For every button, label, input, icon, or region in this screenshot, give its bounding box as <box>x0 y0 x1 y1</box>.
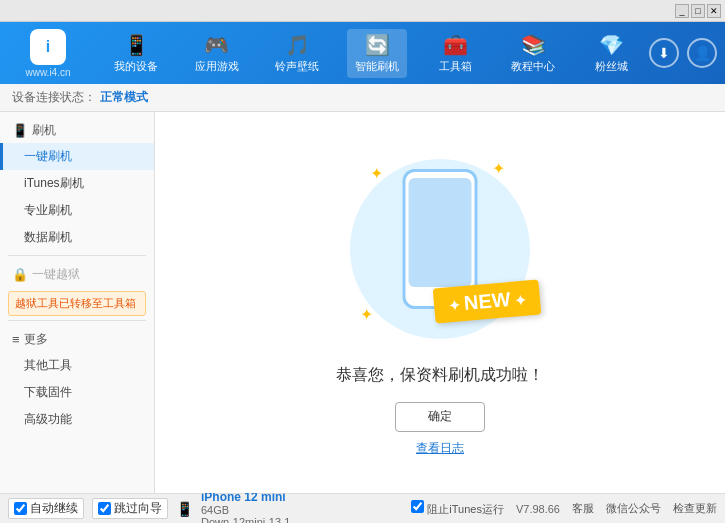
logo: i www.i4.cn <box>8 29 88 78</box>
sidebar-item-data-flash[interactable]: 数据刷机 <box>0 224 154 251</box>
sidebar-item-download-firmware[interactable]: 下载固件 <box>0 379 154 406</box>
itunes-status: 阻止iTunes运行 <box>407 500 508 517</box>
download-button[interactable]: ⬇ <box>649 38 679 68</box>
auto-flash-label: 自动继续 <box>30 500 78 517</box>
sparkle-3: ✦ <box>360 305 373 324</box>
status-value: 正常模式 <box>100 89 148 106</box>
sparkle-1: ✦ <box>370 164 383 183</box>
phone-illustration: ✦ ✦ ✦ NEW <box>340 149 540 349</box>
header: i www.i4.cn 📱 我的设备 🎮 应用游戏 🎵 铃声壁纸 🔄 智能刷机 … <box>0 22 725 84</box>
nav-icon-ringtones: 🎵 <box>285 33 310 57</box>
logo-subtitle: www.i4.cn <box>25 67 70 78</box>
flash-section-icon: 📱 <box>12 123 28 138</box>
nav-label-tutorials: 教程中心 <box>511 59 555 74</box>
secondary-link[interactable]: 查看日志 <box>416 440 464 457</box>
header-right: ⬇ 👤 <box>649 38 717 68</box>
sidebar-item-pro-flash[interactable]: 专业刷机 <box>0 197 154 224</box>
nav-item-my-device[interactable]: 📱 我的设备 <box>106 29 166 78</box>
version-text: V7.98.66 <box>516 503 560 515</box>
window-controls[interactable]: _ □ ✕ <box>675 4 721 18</box>
one-click-flash-label: 一键刷机 <box>24 149 72 163</box>
nav-items: 📱 我的设备 🎮 应用游戏 🎵 铃声壁纸 🔄 智能刷机 🧰 工具箱 📚 教程中心… <box>96 29 649 78</box>
device-info: iPhone 12 mini 64GB Down-12mini-13,1 <box>201 490 290 524</box>
sidebar-item-other-tools[interactable]: 其他工具 <box>0 352 154 379</box>
nav-label-fan-city: 粉丝城 <box>595 59 628 74</box>
sidebar-section-flash: 📱 刷机 <box>0 116 154 143</box>
sidebar-item-one-click-flash[interactable]: 一键刷机 <box>0 143 154 170</box>
jailbreak-section-icon: 🔒 <box>12 267 28 282</box>
sidebar-section-more: ≡ 更多 <box>0 325 154 352</box>
nav-label-apps-games: 应用游戏 <box>195 59 239 74</box>
nav-icon-toolbox: 🧰 <box>443 33 468 57</box>
status-label: 设备连接状态： <box>12 89 96 106</box>
minimize-button[interactable]: _ <box>675 4 689 18</box>
success-message: 恭喜您，保资料刷机成功啦！ <box>336 365 544 386</box>
sidebar: 📱 刷机 一键刷机 iTunes刷机 专业刷机 数据刷机 🔒 一键越狱 越狱工具… <box>0 112 155 493</box>
nav-label-ringtones: 铃声壁纸 <box>275 59 319 74</box>
device-firmware: Down-12mini-13,1 <box>201 516 290 524</box>
download-firmware-label: 下载固件 <box>24 385 72 399</box>
nav-item-toolbox[interactable]: 🧰 工具箱 <box>428 29 483 78</box>
jailbreak-notice: 越狱工具已转移至工具箱 <box>8 291 146 316</box>
nav-label-toolbox: 工具箱 <box>439 59 472 74</box>
sidebar-item-advanced[interactable]: 高级功能 <box>0 406 154 433</box>
itunes-status-label: 阻止iTunes运行 <box>427 503 504 515</box>
jailbreak-section-title: 一键越狱 <box>32 266 80 283</box>
logo-icon: i <box>30 29 66 65</box>
main-area: 📱 刷机 一键刷机 iTunes刷机 专业刷机 数据刷机 🔒 一键越狱 越狱工具… <box>0 112 725 493</box>
bottom-bar-left: 自动继续 跳过向导 📱 iPhone 12 mini 64GB Down-12m… <box>8 490 399 524</box>
nav-icon-smart-flash: 🔄 <box>365 33 390 57</box>
pro-flash-label: 专业刷机 <box>24 203 72 217</box>
nav-item-ringtones[interactable]: 🎵 铃声壁纸 <box>267 29 327 78</box>
nav-label-my-device: 我的设备 <box>114 59 158 74</box>
status-bar: 设备连接状态： 正常模式 <box>0 84 725 112</box>
sidebar-divider-2 <box>8 320 146 321</box>
sidebar-section-jailbreak: 🔒 一键越狱 <box>0 260 154 287</box>
itunes-checkbox[interactable] <box>411 500 424 513</box>
nav-icon-tutorials: 📚 <box>521 33 546 57</box>
advanced-label: 高级功能 <box>24 412 72 426</box>
data-flash-label: 数据刷机 <box>24 230 72 244</box>
title-bar: _ □ ✕ <box>0 0 725 22</box>
phone-screen <box>409 178 472 287</box>
device-storage: 64GB <box>201 504 290 516</box>
nav-item-tutorials[interactable]: 📚 教程中心 <box>503 29 563 78</box>
nav-item-apps-games[interactable]: 🎮 应用游戏 <box>187 29 247 78</box>
confirm-button[interactable]: 确定 <box>395 402 485 432</box>
auto-flash-input[interactable] <box>14 502 27 515</box>
itunes-flash-label: iTunes刷机 <box>24 176 84 190</box>
nav-icon-my-device: 📱 <box>124 33 149 57</box>
sparkle-2: ✦ <box>492 159 505 178</box>
via-wizard-label: 跳过向导 <box>114 500 162 517</box>
via-wizard-input[interactable] <box>98 502 111 515</box>
flash-section-title: 刷机 <box>32 122 56 139</box>
other-tools-label: 其他工具 <box>24 358 72 372</box>
more-section-title: 更多 <box>24 331 48 348</box>
close-button[interactable]: ✕ <box>707 4 721 18</box>
customer-service-link[interactable]: 客服 <box>572 501 594 516</box>
nav-icon-apps-games: 🎮 <box>204 33 229 57</box>
jailbreak-notice-text: 越狱工具已转移至工具箱 <box>15 297 136 309</box>
maximize-button[interactable]: □ <box>691 4 705 18</box>
via-wizard-checkbox[interactable]: 跳过向导 <box>92 498 168 519</box>
device-section: 📱 iPhone 12 mini 64GB Down-12mini-13,1 <box>176 490 290 524</box>
logo-icon-text: i <box>46 38 50 56</box>
auto-flash-checkbox[interactable]: 自动继续 <box>8 498 84 519</box>
nav-item-smart-flash[interactable]: 🔄 智能刷机 <box>347 29 407 78</box>
more-section-icon: ≡ <box>12 332 20 347</box>
sidebar-item-itunes-flash[interactable]: iTunes刷机 <box>0 170 154 197</box>
nav-item-fan-city[interactable]: 💎 粉丝城 <box>584 29 639 78</box>
bottom-bar: 自动继续 跳过向导 📱 iPhone 12 mini 64GB Down-12m… <box>0 493 725 523</box>
device-icon: 📱 <box>176 501 193 517</box>
content-area: ✦ ✦ ✦ NEW 恭喜您，保资料刷机成功啦！ 确定 查看日志 <box>155 112 725 493</box>
account-button[interactable]: 👤 <box>687 38 717 68</box>
nav-icon-fan-city: 💎 <box>599 33 624 57</box>
bottom-bar-right: V7.98.66 客服 微信公众号 检查更新 <box>516 501 717 516</box>
device-storage-text: 64GB <box>201 504 229 516</box>
sidebar-divider-1 <box>8 255 146 256</box>
wechat-official-link[interactable]: 微信公众号 <box>606 501 661 516</box>
nav-label-smart-flash: 智能刷机 <box>355 59 399 74</box>
check-update-link[interactable]: 检查更新 <box>673 501 717 516</box>
